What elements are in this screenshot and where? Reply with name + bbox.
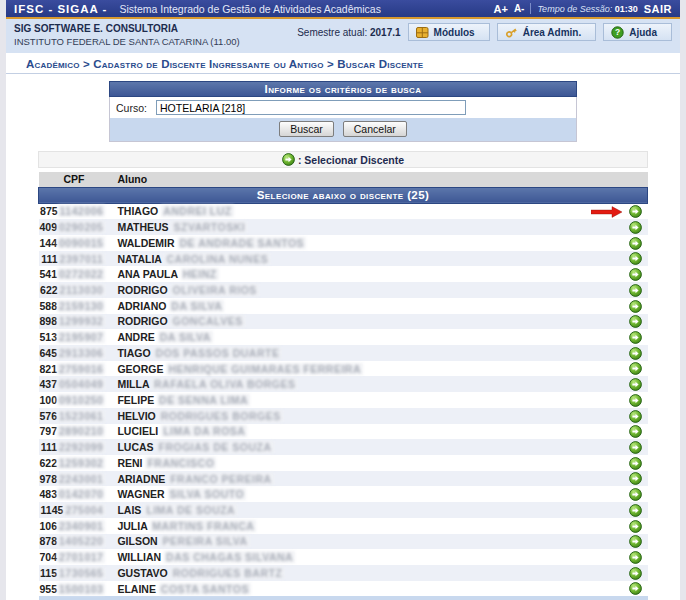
help-icon: ? [611,26,624,39]
cpf-cell: 8751142006 [39,203,110,219]
cpf-visible-digits: 541 [40,268,58,280]
select-discente-button[interactable] [629,347,642,360]
student-first-name: NATALIA [117,253,161,265]
select-discente-button[interactable] [629,457,642,470]
student-first-name: LUCIELI [117,425,158,437]
table-row: 6221259302 RENI FRANCISCO [39,455,648,471]
select-discente-button[interactable] [629,378,642,391]
aluno-cell: NATALIA CAROLINA NUNES [109,251,589,267]
action-cell [590,298,648,314]
aluno-cell: HELVIO RODRIGUES BORGES [109,408,589,424]
student-first-name: GUSTAVO [117,567,167,579]
modules-button[interactable]: Módulos [408,23,490,41]
table-row: 7972890210 LUCIELI LIMA DA ROSA [39,424,648,440]
logout-button[interactable]: SAIR [644,3,672,15]
cpf-cell: 8212759016 [39,361,110,377]
cpf-redacted-digits: 1405220 [57,535,105,547]
cpf-redacted-digits: 2701017 [57,551,105,563]
aluno-cell: RODRIGO OLIVEIRA RIOS [109,282,589,298]
select-discente-button[interactable] [629,441,642,454]
select-discente-button[interactable] [629,567,642,580]
select-discente-button[interactable] [629,252,642,265]
select-discente-button[interactable] [629,315,642,328]
course-input[interactable] [156,100,466,115]
search-button[interactable]: Buscar [279,121,334,137]
student-first-name: ANA PAULA [117,268,177,280]
action-cell [590,455,648,471]
student-surname-redacted: RAFAELA OLIVA BORGES [152,378,297,390]
select-discente-button[interactable] [629,394,642,407]
cpf-redacted-digits: 1259302 [57,457,105,469]
select-discente-button[interactable] [629,472,642,485]
action-cell [590,439,648,455]
student-surname-redacted: MARTINS FRANCA [150,520,256,532]
select-discente-button[interactable] [629,425,642,438]
institution-name: INSTITUTO FEDERAL DE SANTA CATARINA (11.… [14,35,240,48]
action-cell [590,565,648,581]
student-first-name: ARIADNE [117,473,165,485]
student-first-name: LUCAS [117,441,153,453]
cpf-visible-digits: 704 [40,551,58,563]
table-row: 4830142070 WAGNER SILVA SOUTO [39,486,648,502]
cpf-redacted-digits: 0142070 [57,488,105,500]
select-discente-button[interactable] [629,237,642,250]
cpf-cell: 1112397011 [39,251,110,267]
search-box-title: Informe os critérios de busca [109,81,577,97]
cpf-redacted-digits: 0910250 [57,394,105,406]
column-header-aluno: Aluno [109,172,589,187]
titlebar-divider [530,3,531,14]
cpf-redacted-digits: 2913306 [57,347,105,359]
cpf-redacted-digits: 2890210 [57,425,105,437]
cpf-visible-digits: 978 [40,473,58,485]
table-header-row: CPF Aluno [39,172,648,187]
select-discente-button[interactable] [629,331,642,344]
select-discente-button[interactable] [629,300,642,313]
select-discente-button[interactable] [629,205,642,218]
help-button[interactable]: ? Ajuda [603,23,672,41]
aluno-cell: ADRIANO DA SILVA [109,298,589,314]
cpf-redacted-digits: 1523061 [57,410,105,422]
aluno-cell: ANA PAULA HEINZ [109,266,589,282]
select-discente-button[interactable] [629,582,642,595]
select-discente-button[interactable] [629,221,642,234]
student-first-name: MILLA [117,378,149,390]
font-decrease-button[interactable]: A- [514,3,525,14]
table-row: 4370504049 MILLA RAFAELA OLIVA BORGES [39,376,648,392]
select-discente-button[interactable] [629,284,642,297]
select-discente-button[interactable] [629,551,642,564]
select-discente-button[interactable] [629,362,642,375]
cpf-cell: 9551500103 [39,581,110,597]
table-row: 9782243001 ARIADNE FRANCO PEREIRA [39,471,648,487]
cpf-cell: 6222113030 [39,282,110,298]
table-row: 1112292099 LUCAS FROGIAS DE SOUZA [39,439,648,455]
action-cell [590,424,648,440]
student-first-name: ELAINE [117,583,156,595]
table-row: 6452913306 TIAGO DOS PASSOS DUARTE [39,345,648,361]
action-cell [590,392,648,408]
cpf-visible-digits: 144 [40,237,58,249]
table-row: 8981299932 RODRIGO GONCALVES [39,314,648,330]
select-discente-button[interactable] [629,268,642,281]
select-discente-button[interactable] [629,488,642,501]
cpf-redacted-digits: 2397011 [58,253,106,265]
font-increase-button[interactable]: A+ [494,3,508,15]
cpf-visible-digits: 898 [40,315,58,327]
select-discente-button[interactable] [629,535,642,548]
aluno-cell: THIAGO ANDREI LUZ [109,203,589,219]
cpf-cell: 6221259302 [39,455,110,471]
admin-area-button[interactable]: Área Admin. [497,23,597,41]
table-row: 1000910250 FELIPE DE SENNA LIMA [39,392,648,408]
title-bar: IFSC - SIGAA - Sistema Integrado de Gest… [6,0,680,17]
cpf-redacted-digits: 2159130 [57,300,105,312]
select-discente-button[interactable] [629,504,642,517]
student-first-name: GEORGE [117,363,163,375]
select-discente-button[interactable] [629,410,642,423]
table-footer-count: 25 discente(s) encontrado(s) [39,596,648,600]
select-discente-button[interactable] [629,520,642,533]
student-first-name: WAGNER [117,488,164,500]
student-first-name: WILLIAN [117,551,161,563]
cancel-button[interactable]: Cancelar [343,121,407,137]
cpf-redacted-digits: 0290205 [57,221,105,233]
cpf-redacted-digits: 1142006 [58,205,106,217]
student-first-name: HELVIO [117,410,155,422]
